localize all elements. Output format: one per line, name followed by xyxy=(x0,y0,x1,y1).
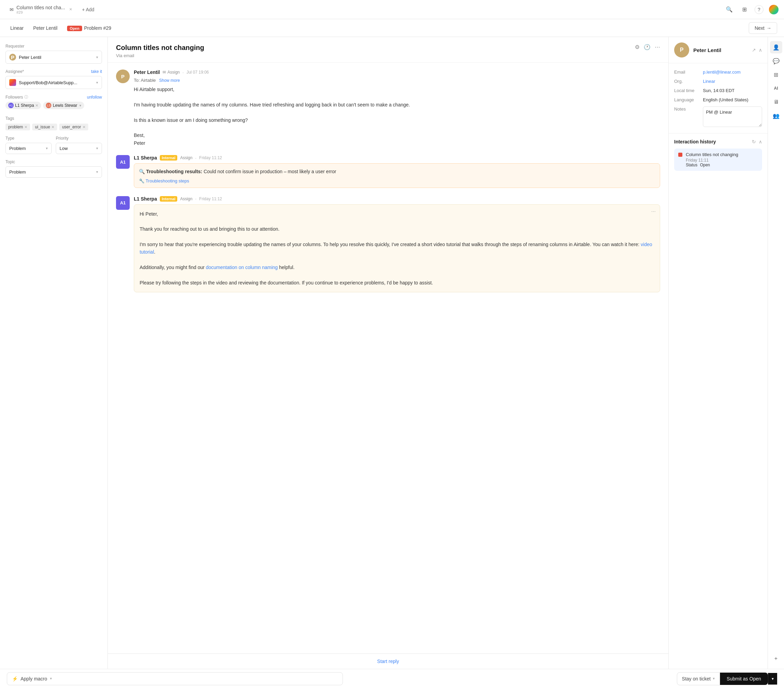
grid-icon[interactable]: ⊞ xyxy=(740,5,749,14)
tab-title: Column titles not cha... xyxy=(16,5,65,10)
type-chevron: ▾ xyxy=(46,146,48,150)
tab-subtitle: #29 xyxy=(16,10,65,14)
apply-macro-button[interactable]: ⚡ Apply macro ▾ xyxy=(7,672,343,685)
show-more-link[interactable]: Show more xyxy=(159,78,180,83)
refresh-icon[interactable]: ↻ xyxy=(752,139,756,144)
troubleshoot-steps-link[interactable]: 🔧 Troubleshooting steps xyxy=(139,178,655,183)
breadcrumb-linear[interactable]: Linear xyxy=(7,23,27,33)
breadcrumb-bar: Linear Peter Lentil Open Problem #29 Nex… xyxy=(0,19,784,37)
email-value[interactable]: p.lentil@linear.com xyxy=(703,69,741,74)
stay-on-ticket-button[interactable]: Stay on ticket ▾ xyxy=(677,672,720,685)
submit-chevron-button[interactable]: ▾ xyxy=(768,673,777,685)
bottom-bar: ⚡ Apply macro ▾ Stay on ticket ▾ Submit … xyxy=(0,669,784,688)
assignee-select[interactable]: Support/Bob@AirtableSupp... ▾ xyxy=(5,76,102,89)
followers-info-icon[interactable]: ⓘ xyxy=(24,94,28,100)
remove-tag-ui-issue[interactable]: ✕ xyxy=(51,125,54,129)
active-tab[interactable]: ✉ Column titles not cha... #29 ✕ xyxy=(5,3,76,16)
l1-reply-header: L1 Sherpa Internal Assign · Friday 11:12 xyxy=(134,196,660,201)
ticket-header-actions: ⚙ 🕐 ⋯ xyxy=(635,44,660,50)
collapse-icon[interactable]: ∧ xyxy=(759,47,762,53)
follower-remove-l1[interactable]: ✕ xyxy=(35,103,38,108)
interaction-section: Interaction history ↻ ∧ Column titles no… xyxy=(669,133,768,176)
interaction-section-header: Interaction history ↻ ∧ xyxy=(674,139,762,144)
documentation-link[interactable]: documentation on column naming xyxy=(206,265,278,270)
help-icon[interactable]: ? xyxy=(754,5,763,14)
type-select[interactable]: Problem ▾ xyxy=(5,143,52,154)
topic-select[interactable]: Problem ▾ xyxy=(5,167,102,178)
notes-row: Notes PM @ Linear xyxy=(674,104,762,129)
peter-message-content: Peter Lentil ✉ Assign · Jul 07 19:06 To:… xyxy=(134,69,660,147)
follower-name-lewis: Lewis Stewar xyxy=(53,103,77,108)
tag-ui-issue: ui_issue ✕ xyxy=(32,124,57,130)
history-icon[interactable]: 🕐 xyxy=(644,44,651,50)
requester-name: Peter Lentil xyxy=(19,55,41,60)
follower-expand-lewis[interactable]: ▾ xyxy=(79,103,81,108)
submit-group: Stay on ticket ▾ Submit as Open ▾ xyxy=(677,672,777,685)
next-button[interactable]: Next → xyxy=(749,22,777,34)
tab-actions: 🔍 ⊞ ? xyxy=(725,5,779,14)
video-tutorial-link[interactable]: video tutorial xyxy=(140,242,652,255)
local-time-label: Local time xyxy=(674,88,699,93)
start-reply-button[interactable]: Start reply xyxy=(377,658,399,664)
notes-textarea[interactable]: PM @ Linear xyxy=(703,106,762,127)
type-label: Type xyxy=(5,136,52,141)
rail-screen-icon[interactable]: 🖥 xyxy=(770,96,782,108)
unfollow-link[interactable]: unfollow xyxy=(87,95,102,100)
peter-message-header: Peter Lentil ✉ Assign · Jul 07 19:06 xyxy=(134,69,660,75)
l1-avatar-1: A1 xyxy=(116,155,130,169)
l1-reply-box: ⋯ Hi Peter, Thank you for reaching out t… xyxy=(134,205,660,293)
more-icon[interactable]: ⋯ xyxy=(655,44,660,50)
l1-assign-link-1[interactable]: Assign xyxy=(180,155,192,160)
peter-assign-link[interactable]: ✉ Assign xyxy=(163,70,180,74)
breadcrumb-peter[interactable]: Peter Lentil xyxy=(30,23,61,33)
apply-macro-label: Apply macro xyxy=(21,676,47,681)
rail-apps-icon[interactable]: ⊞ xyxy=(770,68,782,81)
add-tab-button[interactable]: + Add xyxy=(78,5,98,14)
requester-select[interactable]: P Peter Lentil ▾ xyxy=(5,51,102,64)
l1-time-2: Friday 11:12 xyxy=(199,196,222,201)
interaction-title: Interaction history xyxy=(674,139,716,144)
internal-badge-2: Internal xyxy=(160,196,178,201)
language-label: Language xyxy=(674,97,699,102)
org-row: Org. Linear xyxy=(674,77,762,86)
l1-internal-content: L1 Sherpa Internal Assign · Friday 11:12… xyxy=(134,155,660,188)
remove-tag-user-error[interactable]: ✕ xyxy=(82,125,86,129)
lightning-icon: ⚡ xyxy=(12,676,18,681)
contact-header-actions: ↗ ∧ xyxy=(752,47,762,53)
breadcrumb-problem[interactable]: Open Problem #29 xyxy=(64,23,115,33)
priority-select[interactable]: Low ▾ xyxy=(56,143,102,154)
message-l1-reply: A1 L1 Sherpa Internal Assign · Friday 11… xyxy=(116,196,660,293)
peter-to: To: Airtable Show more xyxy=(134,78,660,83)
submit-as-open-button[interactable]: Submit as Open xyxy=(720,673,768,685)
chevron-down-icon: ▾ xyxy=(96,55,98,59)
take-it-link[interactable]: take it xyxy=(91,69,102,74)
separator-2: · xyxy=(195,155,196,160)
rail-user2-icon[interactable]: 👥 xyxy=(770,109,782,122)
topic-value: Problem xyxy=(9,170,26,175)
follower-avatar-l1: A1 xyxy=(8,103,14,108)
reply-more-icon[interactable]: ⋯ xyxy=(651,209,656,214)
peter-avatar: P xyxy=(116,69,130,83)
message-peter: P Peter Lentil ✉ Assign · Jul 07 19:06 T… xyxy=(116,69,660,147)
l1-assign-link-2[interactable]: Assign xyxy=(180,196,192,201)
topic-chevron: ▾ xyxy=(96,170,98,174)
rail-ai-icon[interactable]: AI xyxy=(770,82,782,94)
tab-close-icon[interactable]: ✕ xyxy=(69,7,72,12)
l1-time-1: Friday 11:12 xyxy=(199,155,222,160)
followers-label: Followers xyxy=(5,95,23,100)
rail-chat-icon[interactable]: 💬 xyxy=(770,55,782,67)
collapse-section-icon[interactable]: ∧ xyxy=(759,139,762,144)
filter-icon[interactable]: ⚙ xyxy=(635,44,639,50)
ticket-title: Column titles not changing xyxy=(116,44,204,52)
local-time-row: Local time Sun, 14:03 EDT xyxy=(674,86,762,95)
org-value[interactable]: Linear xyxy=(703,79,715,84)
followers-row: A1 L1 Sherpa ✕ LS Lewis Stewar ▾ xyxy=(5,102,102,109)
rail-add-icon[interactable]: + xyxy=(770,652,782,665)
separator: · xyxy=(183,70,184,75)
search-icon[interactable]: 🔍 xyxy=(725,5,734,14)
rail-user-icon[interactable]: 👤 xyxy=(770,41,782,53)
external-link-icon[interactable]: ↗ xyxy=(752,47,756,53)
remove-tag-problem[interactable]: ✕ xyxy=(24,125,27,129)
interaction-item[interactable]: Column titles not changing Friday 11:11 … xyxy=(674,148,762,171)
l1-avatar-2: A1 xyxy=(116,196,130,210)
